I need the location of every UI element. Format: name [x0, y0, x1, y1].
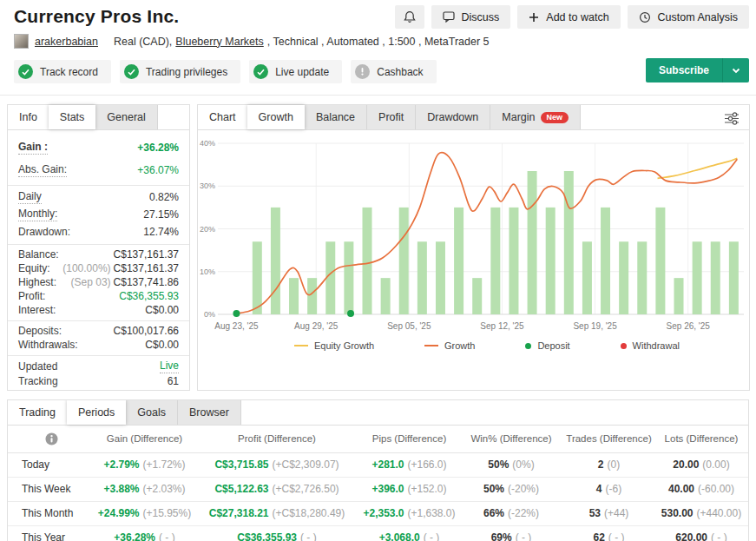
- svg-text:Sep 12, '25: Sep 12, '25: [480, 321, 524, 331]
- main-content: Info Stats General Gain :+36.28% Abs. Ga…: [0, 96, 756, 391]
- withdrawal-dot-swatch: [621, 343, 627, 349]
- new-badge: New: [541, 112, 569, 123]
- notifications-button[interactable]: [395, 5, 424, 29]
- svg-text:Sep 26, '25: Sep 26, '25: [667, 321, 711, 331]
- svg-text:0%: 0%: [204, 310, 215, 319]
- subscribe-split-button: Subscribe: [646, 58, 749, 82]
- subscribe-dropdown-button[interactable]: [722, 58, 749, 82]
- stat-row-interest: Interest:C$0.00: [18, 303, 179, 317]
- custom-analysis-button[interactable]: Custom Analysis: [628, 5, 749, 29]
- divider: [8, 185, 189, 186]
- history-clock-icon: [639, 11, 651, 23]
- info-icon: [45, 432, 58, 445]
- header-actions: Discuss Add to watch Custom Analysis: [395, 3, 749, 29]
- legend-growth[interactable]: Growth: [424, 340, 475, 351]
- live-status[interactable]: Live: [160, 360, 179, 373]
- periods-table: Gain (Difference) Profit (Difference) Pi…: [8, 426, 748, 541]
- check-circle-icon: [124, 64, 139, 79]
- chart-settings-button[interactable]: [721, 109, 742, 128]
- tab-goals[interactable]: Goals: [126, 400, 178, 425]
- discuss-label: Discuss: [462, 11, 500, 23]
- tab-profit[interactable]: Profit: [367, 105, 416, 129]
- stat-row-highest: Highest:(Sep 03)C$137,741.86: [18, 275, 179, 289]
- tab-chart[interactable]: Chart: [198, 105, 247, 129]
- badge-label: Track record: [40, 66, 98, 78]
- col-pips: Pips (Difference): [359, 426, 459, 452]
- badge-label: Cashback: [377, 66, 423, 78]
- stat-row-tracking: Tracking61: [18, 373, 179, 388]
- divider: [8, 355, 189, 356]
- chart-panel: Chart Growth Balance Profit Drawdown Mar…: [197, 104, 750, 391]
- account-type-text: Real (CAD),: [114, 36, 172, 48]
- bell-icon: [404, 10, 416, 23]
- tab-stats[interactable]: Stats: [49, 105, 96, 129]
- tab-trading[interactable]: Trading: [8, 400, 67, 425]
- svg-text:Sep 05, '25: Sep 05, '25: [387, 321, 431, 331]
- account-details-text: , Technical , Automated , 1:500 , MetaTr…: [267, 36, 490, 48]
- chevron-down-icon: [732, 68, 740, 74]
- legend-withdrawal[interactable]: Withdrawal: [621, 340, 680, 351]
- stat-row-abs-gain: Abs. Gain:+36.07%: [18, 159, 179, 181]
- periods-tabs: Trading Periods Goals Browser: [8, 400, 748, 426]
- tab-periods[interactable]: Periods: [67, 400, 126, 425]
- tab-info[interactable]: Info: [8, 105, 49, 129]
- svg-text:30%: 30%: [200, 181, 215, 190]
- stats-panel: Info Stats General Gain :+36.28% Abs. Ga…: [7, 104, 190, 391]
- stats-body: Gain :+36.28% Abs. Gain:+36.07% Daily0.8…: [8, 130, 189, 388]
- exclamation-circle-icon: [355, 64, 370, 79]
- svg-text:20%: 20%: [200, 225, 215, 234]
- avatar: [14, 34, 29, 49]
- stat-row-drawdown: Drawdown:12.74%: [18, 223, 179, 241]
- table-row-this-week[interactable]: This Week +3.88%(+2.03%) C$5,122.63(+C$2…: [8, 477, 748, 501]
- account-info-line: arakerbabian Real (CAD), Blueberry Marke…: [14, 34, 749, 49]
- svg-text:Sep 19, '25: Sep 19, '25: [573, 321, 617, 331]
- verification-badges: Track record Trading privileges Live upd…: [14, 57, 749, 95]
- username-link[interactable]: arakerbabian: [35, 36, 98, 48]
- table-row-today[interactable]: Today +2.79%(+1.72%) C$3,715.85(+C$2,309…: [8, 452, 748, 477]
- table-row-this-year[interactable]: This Year +36.28%( - ) C$36,355.93( - ) …: [8, 525, 748, 541]
- svg-text:Aug 23, '25: Aug 23, '25: [214, 321, 259, 331]
- svg-text:40%: 40%: [200, 139, 215, 148]
- tab-margin[interactable]: Margin New: [490, 105, 581, 129]
- info-header-cell[interactable]: [8, 426, 95, 452]
- tab-general[interactable]: General: [95, 105, 157, 129]
- col-lots: Lots (Difference): [654, 426, 748, 452]
- plus-icon: [529, 12, 539, 23]
- add-to-watch-button[interactable]: Add to watch: [517, 5, 620, 29]
- stat-row-updated: UpdatedLive: [18, 359, 179, 373]
- col-profit: Profit (Difference): [194, 426, 359, 452]
- badge-live-update[interactable]: Live update: [249, 60, 342, 83]
- legend-deposit[interactable]: Deposit: [525, 340, 569, 351]
- subscribe-button[interactable]: Subscribe: [646, 58, 722, 82]
- equity-line-swatch: [294, 345, 308, 346]
- deposit-dot-swatch: [525, 343, 531, 349]
- stat-row-monthly: Monthly:27.15%: [18, 206, 179, 223]
- stat-row-daily: Daily0.82%: [18, 188, 179, 206]
- col-trades: Trades (Difference): [563, 426, 654, 452]
- legend-equity-growth[interactable]: Equity Growth: [294, 340, 374, 351]
- sliders-icon: [723, 111, 740, 126]
- tab-balance[interactable]: Balance: [305, 105, 367, 129]
- tab-growth[interactable]: Growth: [247, 105, 305, 129]
- svg-text:Aug 29, '25: Aug 29, '25: [294, 321, 339, 331]
- col-win: Win% (Difference): [459, 426, 563, 452]
- check-circle-icon: [18, 64, 33, 79]
- stat-row-withdrawals: Withdrawals:C$0.00: [18, 338, 179, 352]
- discuss-button[interactable]: Discuss: [431, 5, 511, 29]
- svg-text:10%: 10%: [200, 267, 215, 276]
- table-row-this-month[interactable]: This Month +24.99%(+15.95%) C$27,318.21(…: [8, 501, 748, 525]
- col-gain: Gain (Difference): [95, 426, 194, 452]
- tab-drawdown[interactable]: Drawdown: [416, 105, 490, 129]
- divider: [8, 320, 189, 321]
- badge-label: Trading privileges: [146, 66, 227, 78]
- growth-line-swatch: [424, 345, 438, 346]
- stats-tabs: Info Stats General: [8, 105, 189, 130]
- badge-label: Live update: [275, 66, 329, 78]
- badge-trading-privileges[interactable]: Trading privileges: [120, 60, 240, 83]
- growth-chart[interactable]: 0%10%20%30%40%Aug 23, '25Aug 29, '25Sep …: [199, 132, 749, 337]
- stat-row-profit: Profit:C$36,355.93: [18, 289, 179, 303]
- tab-browser[interactable]: Browser: [178, 400, 241, 425]
- badge-track-record[interactable]: Track record: [14, 60, 111, 83]
- broker-link[interactable]: Blueberry Markets: [175, 36, 263, 48]
- badge-cashback[interactable]: Cashback: [351, 60, 436, 83]
